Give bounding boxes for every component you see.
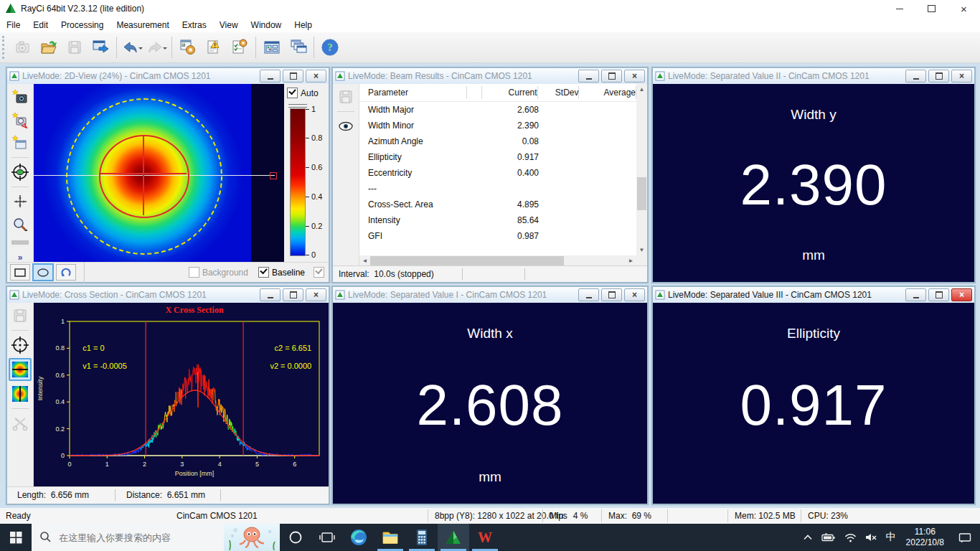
news-widget[interactable] (224, 524, 280, 551)
scroll-right-arrow[interactable]: ► (626, 255, 636, 266)
open-file-button[interactable] (36, 34, 62, 60)
background-checkbox[interactable] (189, 267, 199, 278)
snapshot-camera-icon[interactable] (10, 87, 30, 107)
auto-scale-checkbox[interactable] (287, 88, 298, 98)
toolbar-grip[interactable] (2, 36, 6, 59)
sep1-titlebar[interactable]: LiveMode: Separated Value I - CinCam CMO… (333, 287, 647, 303)
horizontal-scrollbar[interactable]: ◄ ► (359, 255, 636, 266)
sep3-restore-button[interactable] (928, 288, 949, 301)
window-layout-button[interactable] (259, 34, 285, 60)
app-close-button[interactable]: × (948, 0, 980, 17)
sep1-restore-button[interactable] (601, 288, 622, 301)
x-cross-section-plot[interactable]: X Cross Section00.20.40.60.810123456Posi… (34, 303, 329, 487)
menu-processing[interactable]: Processing (55, 17, 110, 32)
table-row[interactable]: Intensity85.64 (359, 212, 636, 228)
sep3-titlebar[interactable]: LiveMode: Separated Value III - CinCam C… (653, 287, 974, 303)
cortana-button[interactable] (280, 524, 311, 551)
zoom-slider[interactable] (11, 240, 29, 245)
log-warning-button[interactable] (201, 34, 227, 60)
wps-taskbar-icon[interactable]: W (469, 524, 501, 551)
calculator-taskbar-icon[interactable] (406, 524, 438, 551)
scroll-up-arrow[interactable]: ▲ (636, 84, 647, 95)
cross-section-restore-button[interactable] (283, 288, 303, 301)
cross-section-titlebar[interactable]: LiveMode: Cross Section - CinCam CMOS 12… (7, 287, 329, 303)
export-view-button[interactable] (88, 34, 113, 60)
extra-checkbox[interactable] (314, 267, 324, 278)
sep1-minimize-button[interactable] (578, 288, 599, 301)
menu-view[interactable]: View (213, 17, 245, 32)
ellipse-roi-button[interactable] (32, 263, 54, 281)
menu-help[interactable]: Help (288, 17, 319, 32)
2d-view-close-button[interactable]: × (306, 70, 326, 83)
app-minimize-button[interactable] (883, 0, 915, 17)
2d-view-titlebar[interactable]: LiveMode: 2D-View (24%) - CinCam CMOS 12… (7, 68, 329, 85)
beam-2d-display[interactable] (34, 84, 284, 263)
2d-view-restore-button[interactable] (283, 70, 303, 83)
table-row[interactable]: GFI0.987 (359, 228, 636, 244)
beam-target-icon[interactable] (10, 162, 30, 182)
ime-indicator[interactable]: 中 (882, 524, 900, 551)
beam-results-titlebar[interactable]: LiveMode: Beam Results - CinCam CMOS 120… (333, 68, 647, 85)
column-current[interactable]: Current (482, 86, 538, 99)
menu-window[interactable]: Window (245, 17, 288, 32)
app-restore-button[interactable] (915, 0, 948, 17)
rayci-taskbar-icon[interactable] (438, 524, 469, 551)
beam-results-minimize-button[interactable] (578, 70, 599, 83)
axes-icon[interactable] (10, 192, 30, 212)
cascade-windows-button[interactable] (285, 34, 311, 60)
table-row[interactable]: Eccentricity0.400 (359, 165, 636, 181)
search-input[interactable] (57, 532, 211, 544)
sep2-minimize-button[interactable] (905, 70, 926, 83)
cross-section-close-button[interactable]: × (306, 288, 326, 301)
sep2-titlebar[interactable]: LiveMode: Separated Value II - CinCam CM… (653, 68, 974, 85)
taskbar-search[interactable] (32, 524, 224, 551)
scroll-down-arrow[interactable]: ▼ (636, 245, 647, 255)
column-parameter[interactable]: Parameter (359, 86, 467, 99)
scrollbar-thumb[interactable] (637, 177, 646, 210)
zoom-tool-icon[interactable] (10, 215, 30, 235)
colorbar-upper-handle[interactable] (288, 104, 307, 108)
baseline-checkbox[interactable] (258, 267, 269, 278)
table-row[interactable]: Azimuth Angle0.08 (359, 133, 636, 149)
table-row[interactable]: Cross-Sect. Area4.895 (359, 197, 636, 212)
sep1-close-button[interactable]: × (624, 288, 645, 301)
sep3-minimize-button[interactable] (905, 288, 926, 301)
sep2-close-button[interactable]: × (951, 70, 972, 83)
vertical-scrollbar[interactable]: ▲ ▼ (636, 84, 647, 255)
sep2-restore-button[interactable] (928, 70, 949, 83)
device-settings-button[interactable] (175, 34, 201, 60)
menu-measurement[interactable]: Measurement (110, 17, 175, 32)
edge-taskbar-icon[interactable] (343, 524, 374, 551)
help-button[interactable]: ? (317, 34, 343, 60)
visibility-eye-icon[interactable] (336, 116, 356, 136)
cross-section-minimize-button[interactable] (260, 288, 281, 301)
table-row[interactable]: Width Major2.608 (359, 102, 636, 118)
sep3-close-button[interactable]: × (951, 288, 972, 301)
tray-expand-chevron[interactable] (798, 524, 817, 551)
rotate-roi-button[interactable] (56, 264, 76, 281)
undo-dropdown-caret[interactable] (138, 47, 143, 52)
crosshair-icon[interactable] (10, 335, 30, 355)
menu-extras[interactable]: Extras (176, 17, 213, 32)
menu-edit[interactable]: Edit (27, 17, 55, 32)
colorbar[interactable] (290, 108, 306, 256)
2d-view-minimize-button[interactable] (260, 70, 281, 83)
tray-clock[interactable]: 11:06 2022/10/8 (900, 527, 950, 548)
scrollbar-thumb[interactable] (370, 256, 564, 265)
menu-file[interactable]: File (0, 17, 27, 32)
task-view-button[interactable] (311, 524, 343, 551)
table-row[interactable]: Ellipticity0.917 (359, 149, 636, 165)
y-cross-section-button[interactable] (10, 384, 30, 404)
table-row[interactable]: Width Minor2.390 (359, 118, 636, 133)
beam-results-restore-button[interactable] (601, 70, 622, 83)
rect-roi-button[interactable] (10, 264, 30, 281)
column-stdev[interactable]: StDev (538, 86, 580, 99)
column-average[interactable]: Average (579, 86, 636, 99)
file-explorer-taskbar-icon[interactable] (374, 524, 406, 551)
measurement-settings-button[interactable] (227, 34, 253, 60)
profile-line-handle[interactable] (270, 172, 277, 179)
start-button[interactable] (0, 524, 32, 551)
volume-muted-icon[interactable] (861, 524, 882, 551)
notification-center-button[interactable] (950, 524, 980, 551)
beam-results-close-button[interactable]: × (624, 70, 645, 83)
